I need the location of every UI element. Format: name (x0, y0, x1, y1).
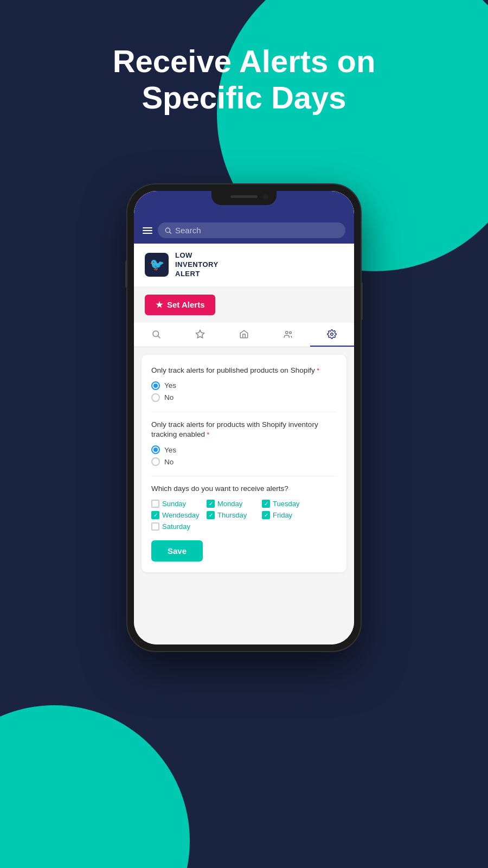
phone-screen: Search 🐦 LOW INVENTORY ALERT ★ Set Alert… (134, 191, 354, 644)
tab-search[interactable] (134, 323, 178, 347)
divider-1 (151, 412, 337, 412)
divider-2 (151, 476, 337, 476)
friday-label: Friday (273, 511, 292, 519)
monday-checkbox[interactable] (207, 500, 215, 508)
phone-notch-bar (134, 191, 354, 218)
day-monday[interactable]: Monday (207, 500, 255, 508)
question1-text: Only track alerts for published products… (151, 366, 337, 376)
q1-no-option[interactable]: No (151, 393, 337, 402)
tab-people[interactable] (266, 323, 310, 347)
search-bar: Search (134, 218, 354, 244)
q2-yes-option[interactable]: Yes (151, 445, 337, 454)
svg-point-0 (165, 228, 170, 232)
star-tab-icon (195, 329, 205, 339)
star-icon: ★ (156, 300, 163, 310)
sunday-checkbox[interactable] (151, 500, 159, 508)
q2-yes-radio[interactable] (151, 445, 160, 454)
svg-point-7 (331, 333, 333, 335)
saturday-checkbox[interactable] (151, 522, 159, 531)
svg-line-3 (158, 336, 160, 338)
days-grid: Sunday Monday Tuesday (151, 500, 337, 531)
required-star-1: * (317, 367, 319, 374)
people-tab-icon (283, 329, 293, 339)
day-thursday[interactable]: Thursday (207, 511, 255, 519)
form-area: Only track alerts for published products… (134, 347, 354, 644)
settings-tab-icon (327, 329, 337, 339)
tuesday-checkbox[interactable] (262, 500, 270, 508)
search-placeholder: Search (175, 226, 201, 235)
svg-marker-4 (196, 330, 204, 337)
q1-yes-label: Yes (164, 381, 176, 390)
day-saturday[interactable]: Saturday (151, 522, 200, 531)
q2-no-label: No (164, 458, 174, 466)
day-sunday[interactable]: Sunday (151, 500, 200, 508)
home-tab-icon (239, 329, 249, 339)
headline-section: Receive Alerts on Specific Days (0, 43, 488, 116)
question1-radio-group: Yes No (151, 381, 337, 402)
svg-point-6 (290, 331, 292, 334)
set-alerts-container: ★ Set Alerts (134, 287, 354, 323)
tab-favorites[interactable] (178, 323, 222, 347)
saturday-label: Saturday (162, 522, 190, 531)
wednesday-label: Wendesday (162, 511, 199, 519)
friday-checkbox[interactable] (262, 511, 270, 519)
wednesday-checkbox[interactable] (151, 511, 159, 519)
sunday-label: Sunday (162, 500, 186, 508)
q2-no-option[interactable]: No (151, 457, 337, 466)
headline-line1: Receive Alerts on (113, 43, 376, 79)
set-alerts-label: Set Alerts (167, 300, 204, 309)
search-icon (164, 227, 172, 234)
day-friday[interactable]: Friday (262, 511, 311, 519)
required-star-2: * (207, 431, 209, 438)
tab-home[interactable] (222, 323, 266, 347)
hamburger-menu-icon[interactable] (143, 227, 152, 234)
notch-speaker (230, 195, 258, 198)
search-input-wrap[interactable]: Search (158, 222, 345, 238)
set-alerts-button[interactable]: ★ Set Alerts (145, 295, 215, 315)
app-logo: 🐦 (145, 253, 169, 277)
q1-yes-radio[interactable] (151, 381, 160, 390)
q1-no-label: No (164, 393, 174, 401)
search-tab-icon (151, 329, 161, 339)
thursday-label: Thursday (217, 511, 247, 519)
notch-camera (263, 194, 268, 200)
form-card: Only track alerts for published products… (142, 355, 346, 573)
monday-label: Monday (217, 500, 242, 508)
headline-line2: Specific Days (142, 80, 346, 115)
svg-point-2 (153, 331, 159, 337)
question2-radio-group: Yes No (151, 445, 337, 466)
q2-yes-label: Yes (164, 446, 176, 454)
thursday-checkbox[interactable] (207, 511, 215, 519)
q1-no-radio[interactable] (151, 393, 160, 402)
svg-point-5 (286, 331, 288, 334)
q1-yes-option[interactable]: Yes (151, 381, 337, 390)
tuesday-label: Tuesday (273, 500, 299, 508)
tab-settings[interactable] (310, 323, 354, 347)
day-tuesday[interactable]: Tuesday (262, 500, 311, 508)
question3-text: Which days do you want to receive alerts… (151, 484, 337, 494)
app-header: 🐦 LOW INVENTORY ALERT (134, 244, 354, 287)
phone-notch (211, 191, 277, 205)
phone-wrapper: Search 🐦 LOW INVENTORY ALERT ★ Set Alert… (127, 184, 361, 651)
bg-arc-bottom (0, 705, 190, 868)
app-name: LOW INVENTORY ALERT (175, 251, 219, 279)
day-wednesday[interactable]: Wendesday (151, 511, 200, 519)
question2-text: Only track alerts for products with Shop… (151, 420, 337, 441)
svg-line-1 (170, 232, 171, 233)
save-button[interactable]: Save (151, 540, 203, 561)
q2-no-radio[interactable] (151, 457, 160, 466)
nav-tabs (134, 323, 354, 347)
phone-frame: Search 🐦 LOW INVENTORY ALERT ★ Set Alert… (127, 184, 361, 651)
